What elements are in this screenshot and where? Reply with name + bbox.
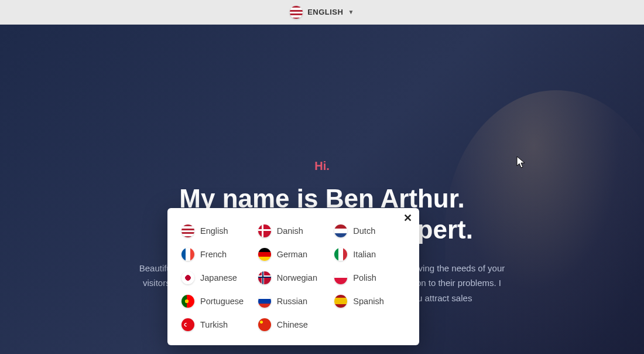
pt-flag-icon <box>181 295 194 308</box>
language-option-label: Italian <box>353 250 376 259</box>
topbar: ENGLISH ▼ <box>0 0 644 25</box>
language-option-label: English <box>200 226 228 236</box>
dk-flag-icon <box>258 224 271 237</box>
language-option-de[interactable]: German <box>258 248 329 261</box>
language-popover: ✕ EnglishDanishDutchFrenchGermanItalianJ… <box>167 208 419 345</box>
no-flag-icon <box>258 271 271 284</box>
close-icon[interactable]: ✕ <box>403 213 412 223</box>
pl-flag-icon <box>334 271 347 284</box>
language-option-label: Dutch <box>353 226 375 236</box>
language-option-label: Danish <box>277 226 303 236</box>
language-option-label: Russian <box>277 297 307 306</box>
language-option-label: Polish <box>353 273 376 282</box>
language-option-fr[interactable]: French <box>181 248 252 261</box>
us-flag-icon <box>181 224 194 237</box>
language-option-label: German <box>277 250 307 259</box>
es-flag-icon <box>334 295 347 308</box>
language-grid: EnglishDanishDutchFrenchGermanItalianJap… <box>181 224 405 331</box>
language-option-label: French <box>200 250 227 259</box>
chevron-down-icon: ▼ <box>348 9 354 15</box>
language-option-cn[interactable]: Chinese <box>258 318 329 331</box>
language-option-nl[interactable]: Dutch <box>334 224 405 237</box>
us-flag-icon <box>290 6 303 19</box>
jp-flag-icon <box>181 271 194 284</box>
ru-flag-icon <box>258 295 271 308</box>
language-option-label: Spanish <box>353 297 383 306</box>
fr-flag-icon <box>181 248 194 261</box>
language-option-no[interactable]: Norwegian <box>258 271 329 284</box>
language-option-it[interactable]: Italian <box>334 248 405 261</box>
language-option-pt[interactable]: Portuguese <box>181 295 252 308</box>
language-option-label: Norwegian <box>277 273 317 282</box>
language-option-tr[interactable]: Turkish <box>181 318 252 331</box>
language-selector[interactable]: ENGLISH ▼ <box>290 6 354 19</box>
language-option-es[interactable]: Spanish <box>334 295 405 308</box>
de-flag-icon <box>258 248 271 261</box>
nl-flag-icon <box>334 224 347 237</box>
it-flag-icon <box>334 248 347 261</box>
language-option-jp[interactable]: Japanese <box>181 271 252 284</box>
language-option-pl[interactable]: Polish <box>334 271 405 284</box>
language-option-ru[interactable]: Russian <box>258 295 329 308</box>
hero-greeting: Hi. <box>314 159 330 173</box>
language-option-label: Portuguese <box>200 297 244 306</box>
language-option-label: Japanese <box>200 273 237 282</box>
cn-flag-icon <box>258 318 271 331</box>
language-option-us[interactable]: English <box>181 224 252 237</box>
language-option-label: Chinese <box>277 320 308 329</box>
tr-flag-icon <box>181 318 194 331</box>
current-language-label: ENGLISH <box>307 8 343 16</box>
language-option-dk[interactable]: Danish <box>258 224 329 237</box>
language-option-label: Turkish <box>200 320 228 329</box>
